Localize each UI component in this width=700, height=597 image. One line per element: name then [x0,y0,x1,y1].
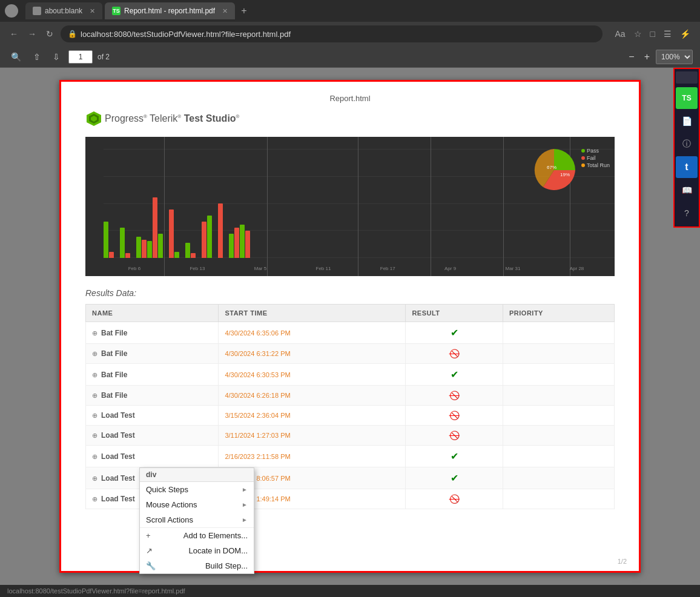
extensions-button[interactable]: ⚡ [678,27,693,41]
bar-red [218,203,223,258]
table-cell-priority [503,364,615,386]
result-pass-icon: ✔ [451,328,458,338]
col-priority: PRIORITY [503,305,615,322]
table-cell-name: ⊕Bat File [86,344,219,364]
chart-container: 67% 19% Pass Fail Total Run [85,137,615,276]
result-fail-icon: 🚫 [449,430,460,440]
sidebar-top-dots [676,71,698,84]
table-cell-priority [503,406,615,426]
context-menu-icon-build: 🔧 [146,561,156,570]
tab-about-blank[interactable]: about:blank ✕ [25,2,102,19]
table-row: ⊕Bat File4/30/2024 6:26:18 PM🚫 [86,386,615,406]
expand-icon[interactable]: ⊕ [92,432,97,439]
page-title: Report.html [85,94,615,103]
expand-icon[interactable]: ⊕ [92,475,97,482]
table-cell-name: ⊕Load Test [86,426,219,446]
chart-label: Feb 17 [380,266,395,271]
forward-button[interactable]: → [25,27,39,41]
context-menu-icon-locate: ↗ [146,546,153,555]
browser-chrome: about:blank ✕ TS Report.html - report.ht… [0,0,700,68]
reload-button[interactable]: ↻ [44,27,56,41]
url-text: localhost:8080/testStudioPdfViewer.html?… [81,30,291,39]
expand-icon[interactable]: ⊕ [92,412,97,419]
context-menu-item-quick-steps[interactable]: Quick Steps ► [140,482,254,497]
favorites-button[interactable]: ☰ [661,27,674,41]
context-menu-item-scroll-actions[interactable]: Scroll Actions ► [140,512,254,527]
submenu-arrow-icon: ► [242,501,248,508]
zoom-select[interactable]: 100% 75% 125% 150% [656,50,693,64]
bar-red [153,197,157,258]
result-fail-icon: 🚫 [449,391,460,400]
tab-report[interactable]: TS Report.html - report.html.pdf ✕ [105,2,235,19]
sidebar-btn-ts[interactable]: TS [676,87,698,109]
url-bar[interactable]: 🔒 localhost:8080/testStudioPdfViewer.htm… [61,25,603,42]
table-row: ⊕Load Test3/15/2024 2:36:04 PM🚫 [86,406,615,426]
table-cell-time: 4/30/2024 6:26:18 PM [219,386,406,406]
split-view-button[interactable]: □ [648,27,658,41]
expand-icon[interactable]: ⊕ [92,329,97,337]
table-cell-name: ⊕Bat File [86,386,219,406]
bookmark-button[interactable]: ☆ [632,27,644,41]
tab-close-blank[interactable]: ✕ [90,7,95,15]
sidebar-btn-help[interactable]: ? [676,202,698,224]
table-cell-priority [503,322,615,344]
chart-bars [104,197,596,258]
sidebar-btn-doc[interactable]: 📄 [676,110,698,132]
search-button[interactable]: 🔍 [7,50,25,64]
chart-label: Feb 11 [316,266,331,271]
expand-icon[interactable]: ⊕ [92,495,97,503]
zoom-out-button[interactable]: − [625,50,638,64]
tab-close-report[interactable]: ✕ [222,7,228,15]
table-cell-time: 3/11/2024 1:27:03 PM [219,426,406,446]
table-cell-name: ⊕Load Test [86,446,219,467]
lock-icon: 🔒 [68,30,77,38]
legend-dot-fail [581,156,585,160]
read-mode-button[interactable]: Aa [612,27,627,41]
back-button[interactable]: ← [7,27,21,41]
tab-favicon-blank [33,7,41,15]
result-pass-icon: ✔ [451,473,458,483]
context-menu-icon-add: + [146,531,151,540]
expand-icon[interactable]: ⊕ [92,371,97,378]
context-menu-item-build-step[interactable]: 🔧 Build Step... [140,558,254,573]
col-name: NAME [86,305,219,322]
bar-green [136,237,141,258]
col-start-time: START TIME [219,305,406,322]
page-number-input[interactable] [68,50,93,64]
status-bar: localhost:8080/testStudioPdfViewer.html?… [0,585,700,597]
result-fail-icon: 🚫 [449,411,460,420]
expand-icon[interactable]: ⊕ [92,453,97,460]
bar-green [185,243,190,258]
avatar [5,4,18,18]
context-menu-item-locate-in-dom[interactable]: ↗ Locate in DOM... [140,543,254,558]
table-cell-time: 3/15/2024 2:36:04 PM [219,406,406,426]
scroll-down-button[interactable]: ⇩ [49,50,64,64]
context-menu-item-add-to-elements[interactable]: + Add to Elements... [140,528,254,543]
chart-label: Mar 31 [506,266,521,271]
sidebar-btn-info[interactable]: ⓘ [676,133,698,155]
context-menu-label-scroll-actions: Scroll Actions [146,515,193,524]
bar-red [125,253,130,258]
sidebar-btn-book[interactable]: 📖 [676,179,698,201]
scroll-up-button[interactable]: ⇧ [30,50,44,64]
context-menu-label-locate-in-dom: Locate in DOM... [188,546,248,555]
chart-group [120,228,130,258]
table-cell-name: ⊕Bat File [86,364,219,386]
expand-icon[interactable]: ⊕ [92,350,97,357]
chart-group [169,209,179,258]
expand-icon[interactable]: ⊕ [92,392,97,399]
table-cell-name: ⊕Load Test [86,406,219,426]
sidebar-btn-telerik[interactable]: t [676,156,698,178]
chart-label: Feb 13 [190,266,205,271]
chart-legend: Pass Fail Total Run [581,148,610,170]
table-row: ⊕Bat File4/30/2024 6:30:53 PM✔ [86,364,615,386]
new-tab-button[interactable]: + [237,5,250,16]
legend-label-total: Total Run [587,162,610,168]
result-fail-icon: 🚫 [449,349,460,358]
chart-group [104,222,114,258]
zoom-controls: − + 100% 75% 125% 150% [625,50,693,64]
zoom-in-button[interactable]: + [641,50,653,64]
chart-label: Feb 6 [128,266,140,271]
table-cell-name: ⊕Bat File [86,322,219,344]
context-menu-item-mouse-actions[interactable]: Mouse Actions ► [140,497,254,512]
